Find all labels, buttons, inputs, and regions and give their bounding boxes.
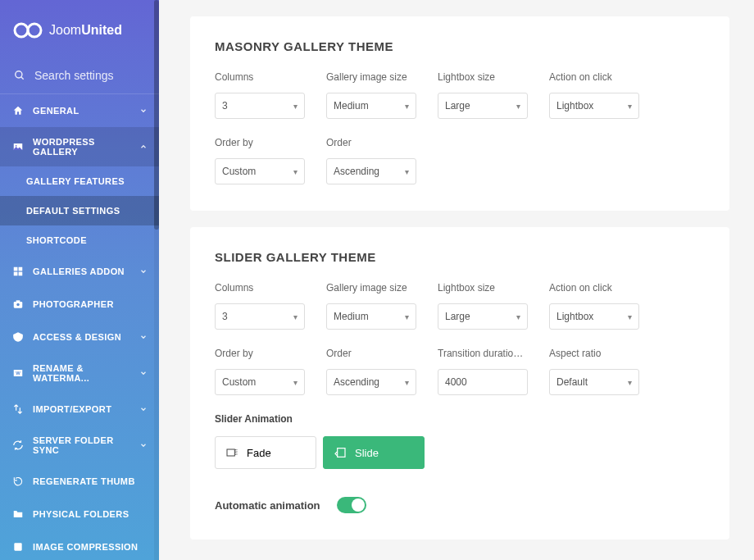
nav-label: PHOTOGRAPHER <box>33 299 114 309</box>
chevron-down-icon: ▾ <box>628 102 632 111</box>
compress-icon <box>11 540 25 553</box>
nav-server-sync[interactable]: SERVER FOLDER SYNC <box>0 426 159 465</box>
addon-icon <box>11 265 25 278</box>
svg-point-11 <box>16 303 20 307</box>
animation-fade-button[interactable]: Fade <box>215 436 316 469</box>
nav-label: WORDPRESS GALLERY <box>33 137 131 157</box>
select-order[interactable]: Ascending▾ <box>326 369 416 395</box>
field-label: Gallery image size <box>326 282 416 294</box>
chevron-down-icon: ▾ <box>405 102 409 111</box>
select-image-size[interactable]: Medium▾ <box>326 93 416 119</box>
chevron-up-icon <box>139 143 148 151</box>
chevron-down-icon: ▾ <box>405 378 409 387</box>
panel-title: SLIDER GALLERY THEME <box>215 250 705 264</box>
nav-label: PHYSICAL FOLDERS <box>33 509 129 519</box>
nav-label: SERVER FOLDER SYNC <box>33 435 131 455</box>
nav-galleries-addon[interactable]: GALLERIES ADDON <box>0 255 159 288</box>
nav-physical-folders[interactable]: PHYSICAL FOLDERS <box>0 498 159 530</box>
nav: GENERAL WORDPRESS GALLERY GALLERY FEATUR… <box>0 93 159 560</box>
nav-wordpress-gallery[interactable]: WORDPRESS GALLERY <box>0 127 159 166</box>
nav-general[interactable]: GENERAL <box>0 93 159 127</box>
chevron-down-icon: ▾ <box>405 167 409 176</box>
chevron-down-icon: ▾ <box>628 378 632 387</box>
field-label: Gallery image size <box>326 71 416 83</box>
select-action-click[interactable]: Lightbox▾ <box>549 303 639 330</box>
logo-icon <box>13 20 43 41</box>
chevron-down-icon <box>139 107 148 115</box>
nav-label: IMAGE COMPRESSION <box>33 542 138 552</box>
animation-slide-button[interactable]: Slide <box>323 436 425 469</box>
sidebar: JoomUnited Search settings GENERAL WORDP… <box>0 0 159 560</box>
select-columns[interactable]: 3▾ <box>215 303 305 330</box>
sub-default-settings[interactable]: DEFAULT SETTINGS <box>0 196 159 225</box>
nav-label: GALLERIES ADDON <box>33 266 125 276</box>
camera-icon <box>11 298 25 311</box>
search-input[interactable]: Search settings <box>0 57 159 93</box>
input-transition-duration[interactable]: 4000 <box>438 369 528 395</box>
svg-rect-15 <box>14 543 21 550</box>
brand-name: JoomUnited <box>49 23 122 38</box>
search-placeholder: Search settings <box>34 69 114 82</box>
import-export-icon <box>11 403 25 416</box>
svg-point-0 <box>15 24 28 37</box>
sub-shortcode[interactable]: SHORTCODE <box>0 225 159 255</box>
nav-rename-watermark[interactable]: W RENAME & WATERMA... <box>0 353 159 393</box>
refresh-icon <box>11 475 25 488</box>
svg-point-1 <box>28 24 41 37</box>
nav-label: IMPORT/EXPORT <box>33 404 111 414</box>
scrollbar-thumb[interactable] <box>154 0 159 230</box>
image-icon <box>11 140 25 153</box>
main-content: MASONRY GALLERY THEME Columns3▾ Gallery … <box>159 0 754 560</box>
toggle-auto-animation[interactable] <box>337 497 366 513</box>
svg-point-2 <box>16 71 22 78</box>
toggle-label: Automatic animation <box>215 499 320 512</box>
svg-rect-8 <box>14 272 18 276</box>
select-action-click[interactable]: Lightbox▾ <box>549 93 639 119</box>
nav-regenerate-thumb[interactable]: REGENERATE THUMB <box>0 465 159 498</box>
svg-rect-12 <box>16 300 20 302</box>
select-lightbox-size[interactable]: Large▾ <box>438 93 528 119</box>
brand-logo: JoomUnited <box>0 0 159 57</box>
svg-line-3 <box>21 77 24 80</box>
field-label: Order by <box>215 137 305 148</box>
field-label: Order by <box>215 348 305 359</box>
select-lightbox-size[interactable]: Large▾ <box>438 303 528 330</box>
field-label: Lightbox size <box>438 71 528 83</box>
fade-icon <box>225 446 238 459</box>
nav-photographer[interactable]: PHOTOGRAPHER <box>0 288 159 321</box>
svg-rect-16 <box>227 449 234 456</box>
chevron-down-icon: ▾ <box>405 312 409 321</box>
nav-import-export[interactable]: IMPORT/EXPORT <box>0 393 159 426</box>
search-icon <box>13 69 26 82</box>
field-label: Action on click <box>549 71 639 83</box>
nav-label: GENERAL <box>33 106 79 116</box>
svg-rect-6 <box>14 267 18 271</box>
chevron-down-icon <box>139 405 148 413</box>
chevron-down-icon <box>139 441 148 449</box>
svg-text:W: W <box>16 371 20 376</box>
watermark-icon: W <box>11 367 25 380</box>
svg-rect-19 <box>338 448 345 458</box>
field-label: Columns <box>215 71 305 83</box>
button-label: Slide <box>355 447 379 459</box>
chevron-down-icon: ▾ <box>293 102 298 111</box>
select-order[interactable]: Ascending▾ <box>326 158 416 184</box>
panel-title: MASONRY GALLERY THEME <box>215 39 705 53</box>
design-icon <box>11 330 25 344</box>
chevron-down-icon <box>139 369 148 377</box>
field-label: Aspect ratio <box>549 348 639 359</box>
sub-gallery-features[interactable]: GALLERY FEATURES <box>0 166 159 196</box>
chevron-down-icon: ▾ <box>516 312 520 321</box>
field-label: Action on click <box>549 282 639 294</box>
slide-icon <box>334 446 347 459</box>
select-order-by[interactable]: Custom▾ <box>215 369 305 395</box>
panel-masonry: MASONRY GALLERY THEME Columns3▾ Gallery … <box>190 16 729 211</box>
field-label: Order <box>326 137 416 148</box>
select-columns[interactable]: 3▾ <box>215 93 305 119</box>
field-label: Transition duration (... <box>438 348 528 359</box>
nav-image-compression[interactable]: IMAGE COMPRESSION <box>0 530 159 560</box>
select-order-by[interactable]: Custom▾ <box>215 158 305 184</box>
select-aspect-ratio[interactable]: Default▾ <box>549 369 639 395</box>
nav-access-design[interactable]: ACCESS & DESIGN <box>0 321 159 353</box>
select-image-size[interactable]: Medium▾ <box>326 303 416 330</box>
